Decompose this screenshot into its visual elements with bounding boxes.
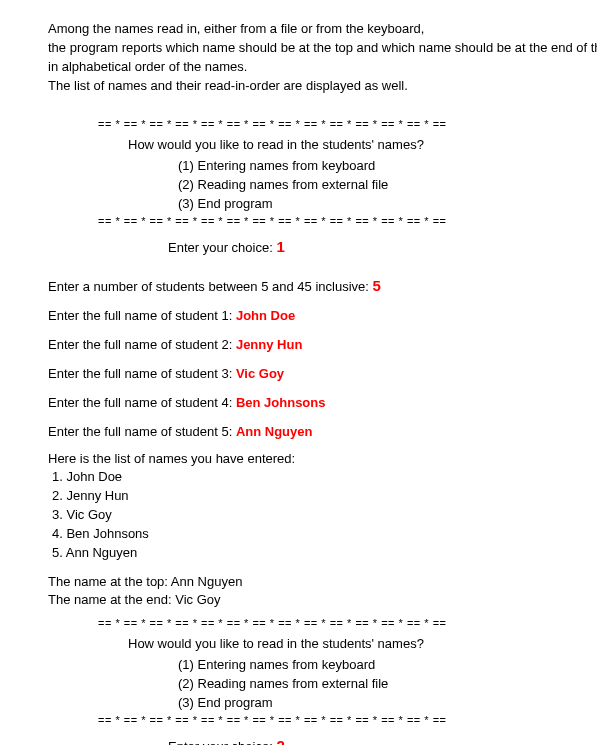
menu-option: (1) Entering names from keyboard [178, 656, 597, 675]
desc-line: the program reports which name should be… [48, 39, 597, 58]
menu-question: How would you like to read in the studen… [128, 136, 597, 155]
student-index: 5 [221, 424, 228, 439]
name-prompt-prefix: Enter the full name of student [48, 395, 221, 410]
student-name-value: John Doe [236, 308, 295, 323]
list-item: 5. Ann Nguyen [52, 544, 597, 563]
end-name: Vic Goy [175, 592, 220, 607]
student-index: 3 [221, 366, 228, 381]
menu-options: (1) Entering names from keyboard (2) Rea… [178, 656, 597, 713]
count-label: Enter a number of students between 5 and… [48, 279, 372, 294]
student-name-value: Vic Goy [236, 366, 284, 381]
menu-separator: == * == * == * == * == * == * == * == * … [98, 214, 597, 230]
entered-names-list: Here is the list of names you have enter… [48, 450, 597, 563]
top-name-line: The name at the top: Ann Nguyen [48, 573, 597, 592]
end-label: The name at the end: [48, 592, 175, 607]
description-block: Among the names read in, either from a f… [48, 20, 597, 95]
list-item: 2. Jenny Hun [52, 487, 597, 506]
desc-line: in alphabetical order of the names. [48, 58, 597, 77]
menu-option: (2) Reading names from external file [178, 675, 597, 694]
menu-separator: == * == * == * == * == * == * == * == * … [98, 117, 597, 133]
choice-value: 2 [276, 737, 284, 745]
student-name-prompt: Enter the full name of student 3: Vic Go… [48, 365, 597, 384]
menu-option: (2) Reading names from external file [178, 176, 597, 195]
menu-options: (1) Entering names from keyboard (2) Rea… [178, 157, 597, 214]
desc-line: The list of names and their read-in-orde… [48, 77, 597, 96]
menu-block: == * == * == * == * == * == * == * == * … [98, 117, 597, 229]
choice-label: Enter your choice: [168, 240, 276, 255]
student-index: 4 [221, 395, 228, 410]
student-count-prompt: Enter a number of students between 5 and… [48, 275, 597, 297]
list-item: 4. Ben Johnsons [52, 525, 597, 544]
name-prompt-prefix: Enter the full name of student [48, 308, 221, 323]
menu-option: (1) Entering names from keyboard [178, 157, 597, 176]
student-name-prompt: Enter the full name of student 2: Jenny … [48, 336, 597, 355]
student-name-value: Jenny Hun [236, 337, 302, 352]
list-item: 1. John Doe [52, 468, 597, 487]
colon: : [229, 366, 236, 381]
student-name-prompt: Enter the full name of student 1: John D… [48, 307, 597, 326]
end-name-line: The name at the end: Vic Goy [48, 591, 597, 610]
colon: : [229, 424, 236, 439]
name-prompt-prefix: Enter the full name of student [48, 424, 221, 439]
menu-block: == * == * == * == * == * == * == * == * … [98, 616, 597, 728]
name-prompt-prefix: Enter the full name of student [48, 366, 221, 381]
student-index: 2 [221, 337, 228, 352]
menu-question: How would you like to read in the studen… [128, 635, 597, 654]
top-label: The name at the top: [48, 574, 171, 589]
top-name: Ann Nguyen [171, 574, 243, 589]
choice-prompt: Enter your choice: 2 [168, 735, 597, 745]
menu-separator: == * == * == * == * == * == * == * == * … [98, 616, 597, 632]
menu-option: (3) End program [178, 195, 597, 214]
menu-option: (3) End program [178, 694, 597, 713]
list-header: Here is the list of names you have enter… [48, 450, 597, 469]
menu-separator: == * == * == * == * == * == * == * == * … [98, 713, 597, 729]
choice-value: 1 [276, 238, 284, 255]
colon: : [229, 395, 236, 410]
student-name-prompt: Enter the full name of student 4: Ben Jo… [48, 394, 597, 413]
colon: : [229, 308, 236, 323]
list-item: 3. Vic Goy [52, 506, 597, 525]
choice-label: Enter your choice: [168, 739, 276, 745]
result-block: The name at the top: Ann Nguyen The name… [48, 573, 597, 611]
name-prompt-prefix: Enter the full name of student [48, 337, 221, 352]
colon: : [229, 337, 236, 352]
count-value: 5 [372, 277, 380, 294]
student-index: 1 [221, 308, 228, 323]
student-name-value: Ann Nguyen [236, 424, 313, 439]
student-name-value: Ben Johnsons [236, 395, 326, 410]
desc-line: Among the names read in, either from a f… [48, 20, 597, 39]
student-name-prompt: Enter the full name of student 5: Ann Ng… [48, 423, 597, 442]
choice-prompt: Enter your choice: 1 [168, 236, 597, 258]
